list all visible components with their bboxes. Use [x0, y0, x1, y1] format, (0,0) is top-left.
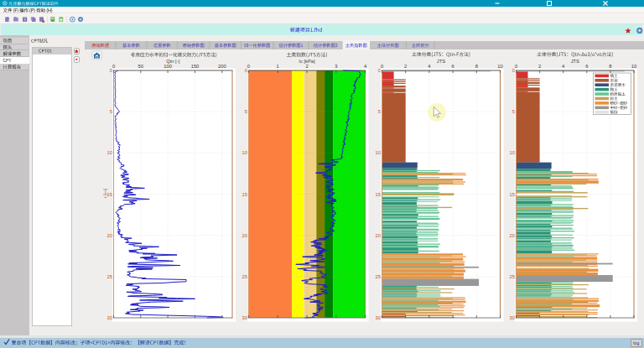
svg-text:10: 10 [631, 64, 636, 69]
svg-text:2: 2 [404, 64, 407, 69]
svg-text:30: 30 [376, 315, 381, 320]
svg-text:10: 10 [510, 150, 515, 155]
svg-text:25: 25 [376, 274, 381, 279]
svg-text:0: 0 [381, 64, 383, 69]
svg-text:4: 4 [428, 64, 431, 69]
svg-text:6: 6 [585, 64, 588, 69]
svg-text:5: 5 [512, 109, 515, 114]
svg-text:JTS: JTS [437, 59, 445, 64]
svg-text:20: 20 [107, 233, 112, 238]
svg-text:0: 0 [378, 68, 381, 73]
svg-text:50: 50 [138, 64, 143, 69]
svg-text:15: 15 [242, 192, 247, 197]
svg-text:8: 8 [609, 64, 611, 69]
svg-text:log: log [633, 340, 639, 345]
svg-text:4: 4 [364, 64, 367, 69]
svg-text:15: 15 [376, 192, 381, 197]
svg-text:0: 0 [112, 64, 115, 69]
svg-text:25: 25 [242, 274, 247, 279]
svg-text:30: 30 [510, 315, 515, 320]
svg-text:2: 2 [305, 64, 308, 69]
svg-text:0: 0 [110, 68, 112, 73]
svg-text:3: 3 [335, 64, 337, 69]
svg-text:5: 5 [245, 109, 247, 114]
svg-text:20: 20 [376, 233, 381, 238]
svg-text:0: 0 [515, 64, 517, 69]
svg-text:20: 20 [242, 233, 247, 238]
svg-text:4: 4 [562, 64, 565, 69]
svg-text:10: 10 [376, 150, 381, 155]
svg-text:8: 8 [475, 64, 478, 69]
svg-text:20: 20 [510, 233, 515, 238]
svg-text:JTS: JTS [571, 59, 579, 64]
svg-text:100: 100 [164, 64, 172, 69]
svg-text:0: 0 [245, 68, 247, 73]
svg-text:5: 5 [378, 109, 381, 114]
svg-text:0: 0 [512, 68, 515, 73]
svg-text:10: 10 [497, 64, 502, 69]
svg-text:2: 2 [538, 64, 541, 69]
svg-text:30: 30 [107, 315, 112, 320]
svg-text:Ic [kPa]: Ic [kPa] [299, 59, 315, 64]
svg-text:10: 10 [242, 150, 247, 155]
svg-text:200: 200 [218, 64, 226, 69]
svg-text:6: 6 [451, 64, 454, 69]
svg-text:10: 10 [107, 150, 112, 155]
svg-text:5: 5 [110, 109, 112, 114]
svg-text:1: 1 [277, 64, 279, 69]
svg-text:0: 0 [247, 64, 250, 69]
svg-text:30: 30 [242, 315, 247, 320]
svg-text:Qtn [-]: Qtn [-] [166, 59, 179, 64]
svg-text:15: 15 [510, 192, 515, 197]
svg-text:25: 25 [107, 274, 112, 279]
svg-text:150: 150 [191, 64, 200, 69]
svg-text:25: 25 [510, 274, 515, 279]
